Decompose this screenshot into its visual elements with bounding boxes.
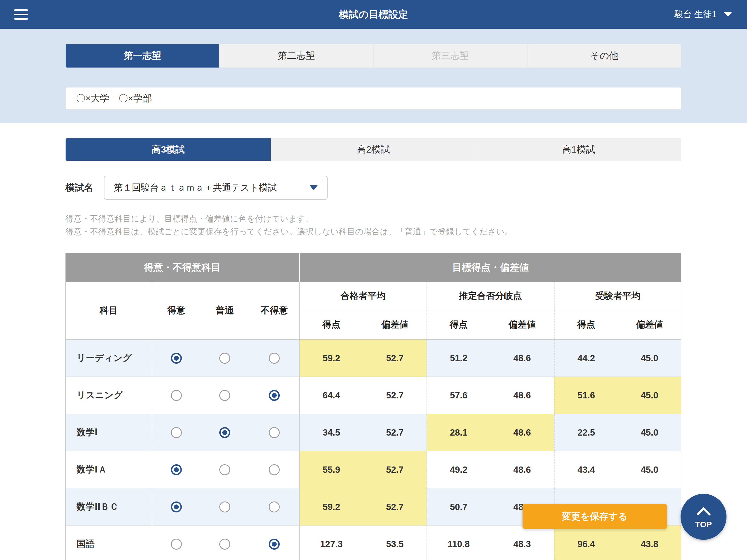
header-score: 得点: [300, 310, 363, 339]
exam-select[interactable]: 第１回駿台ａｔａｍａ＋共通テスト模試: [104, 176, 328, 200]
tab-second-choice[interactable]: 第二志望: [219, 44, 373, 68]
tab-grade1-exam[interactable]: 高1模試: [476, 138, 681, 161]
chevron-down-icon: [724, 12, 732, 17]
value-cell: 57.6: [427, 377, 490, 414]
table-row: リスニング 64.4 52.7 57.6 48.6 51.6 45.0: [66, 377, 681, 414]
radio-futsu[interactable]: [219, 464, 230, 475]
helper-note-line: 得意・不得意科目は、模試ごとに変更保存を行ってください。選択しない科目の場合は、…: [66, 225, 513, 238]
radio-futsu[interactable]: [219, 390, 230, 401]
value-cell: 64.4: [300, 377, 363, 414]
user-menu[interactable]: 駿台 生徒1: [674, 8, 732, 21]
radio-tokui-cell: [152, 377, 200, 414]
value-cell: 48.6: [490, 377, 554, 414]
value-cell: 52.7: [363, 451, 427, 488]
tab-grade3-exam[interactable]: 高3模試: [66, 138, 271, 161]
value-cell: 48.6: [490, 414, 554, 451]
save-button[interactable]: 変更を保存する: [522, 504, 667, 529]
tab-first-choice[interactable]: 第一志望: [66, 44, 219, 68]
radio-tokui[interactable]: [171, 390, 182, 401]
radio-nigate[interactable]: [269, 390, 280, 401]
tab-grade2-exam[interactable]: 高2模試: [271, 138, 476, 161]
radio-futsu-cell: [200, 339, 249, 377]
radio-futsu[interactable]: [219, 427, 230, 438]
radio-nigate[interactable]: [269, 539, 280, 550]
chevron-down-icon: [310, 185, 318, 190]
value-cell: 52.7: [363, 488, 427, 525]
header-tokui: 得意: [152, 282, 200, 339]
radio-futsu[interactable]: [219, 353, 230, 364]
value-cell: 53.5: [363, 526, 427, 560]
university-display: 〇×大学 〇×学部: [66, 87, 681, 110]
band-target-label: 目標得点・偏差値: [300, 253, 681, 282]
value-cell: 22.5: [554, 414, 618, 451]
header-deviation: 偏差値: [490, 310, 554, 339]
radio-nigate[interactable]: [269, 353, 280, 364]
value-cell: 48.6: [490, 451, 554, 488]
scroll-to-top-button[interactable]: TOP: [680, 494, 726, 540]
radio-tokui[interactable]: [171, 502, 182, 512]
table-band: 得意・不得意科目 目標得点・偏差値: [66, 253, 681, 282]
value-cell: 34.5: [300, 414, 363, 451]
subject-cell: リーディング: [66, 339, 152, 377]
exam-name-label: 模試名: [66, 182, 104, 194]
radio-futsu[interactable]: [219, 502, 230, 512]
value-cell: 127.3: [300, 526, 363, 560]
value-cell: 51.6: [554, 377, 618, 414]
radio-tokui-cell: [152, 451, 200, 488]
radio-nigate-cell: [249, 526, 300, 560]
table-row: 数学Ⅰ 34.5 52.7 28.1 48.6 22.5 45.0: [66, 414, 681, 451]
radio-tokui-cell: [152, 414, 200, 451]
value-cell: 48.3: [490, 526, 554, 560]
chevron-up-icon: [696, 507, 711, 521]
table-header: 科目 得意 普通 不得意 合格者平均 推定合否分岐点 受験者平均 得点 偏差値 …: [66, 282, 681, 339]
radio-tokui[interactable]: [171, 464, 182, 475]
value-cell: 96.4: [554, 526, 618, 560]
helper-notes: 得意・不得意科目により、目標得点・偏差値に色を付けています。 得意・不得意科目は…: [66, 212, 513, 238]
subject-cell: 国語: [66, 526, 152, 560]
radio-tokui-cell: [152, 526, 200, 560]
menu-icon[interactable]: [14, 6, 28, 22]
header-group-taker-avg: 受験者平均: [554, 282, 681, 310]
app-root: 模試の目標設定 駿台 生徒1 第一志望 第二志望 第三志望 その他 〇×大学 〇…: [0, 0, 747, 560]
exam-select-value: 第１回駿台ａｔａｍａ＋共通テスト模試: [114, 182, 277, 194]
value-cell: 45.0: [618, 414, 681, 451]
radio-nigate-cell: [249, 377, 300, 414]
choice-tab-bar: 第一志望 第二志望 第三志望 その他: [66, 44, 681, 68]
header-group-cutoff: 推定合否分岐点: [427, 282, 554, 310]
radio-futsu-cell: [200, 377, 249, 414]
radio-tokui[interactable]: [171, 539, 182, 550]
value-cell: 55.9: [300, 451, 363, 488]
radio-nigate-cell: [249, 451, 300, 488]
value-cell: 52.7: [363, 414, 427, 451]
radio-tokui-cell: [152, 488, 200, 525]
table-row: 国語 127.3 53.5 110.8 48.3 96.4 43.8: [66, 526, 681, 560]
radio-nigate[interactable]: [269, 464, 280, 475]
subject-cell: 数学ⅠＡ: [66, 451, 152, 488]
tab-other-choice[interactable]: その他: [527, 44, 681, 68]
radio-futsu[interactable]: [219, 539, 230, 550]
radio-nigate-cell: [249, 339, 300, 377]
header-deviation: 偏差値: [363, 310, 427, 339]
subject-cell: 数学ⅡＢＣ: [66, 488, 152, 525]
subject-cell: リスニング: [66, 377, 152, 414]
value-cell: 28.1: [427, 414, 490, 451]
value-cell: 59.2: [300, 488, 363, 525]
radio-futsu-cell: [200, 488, 249, 525]
grade-tab-bar: 高3模試 高2模試 高1模試: [66, 138, 681, 161]
value-cell: 44.2: [554, 339, 618, 377]
value-cell: 45.0: [618, 339, 681, 377]
header-group-pass-avg: 合格者平均: [300, 282, 427, 310]
radio-tokui[interactable]: [171, 427, 182, 438]
header-futsu: 普通: [200, 282, 249, 339]
tab-third-choice: 第三志望: [373, 44, 527, 68]
top-bar: 模試の目標設定 駿台 生徒1: [0, 0, 747, 29]
radio-tokui-cell: [152, 339, 200, 377]
value-cell: 51.2: [427, 339, 490, 377]
band-pref-label: 得意・不得意科目: [66, 253, 299, 282]
radio-futsu-cell: [200, 526, 249, 560]
radio-tokui[interactable]: [171, 353, 182, 364]
value-cell: 45.0: [618, 451, 681, 488]
radio-nigate[interactable]: [269, 427, 280, 438]
radio-nigate[interactable]: [269, 502, 280, 512]
exam-name-row: 模試名 第１回駿台ａｔａｍａ＋共通テスト模試: [66, 176, 328, 200]
